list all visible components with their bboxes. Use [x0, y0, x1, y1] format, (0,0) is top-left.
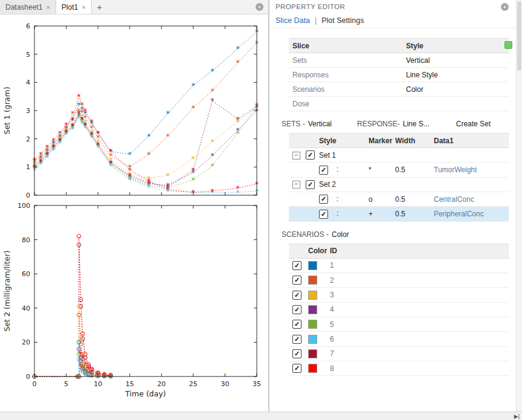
create-set-button[interactable]: Create Set	[456, 120, 491, 128]
collapse-icon[interactable]: −	[292, 181, 300, 189]
slice-style-cell[interactable]: Vertical	[402, 53, 509, 68]
plot-canvas[interactable]: ****************************************…	[0, 14, 268, 412]
marker-glyph: *	[147, 150, 150, 159]
vertical-scrollbar[interactable]	[516, 0, 522, 412]
line-style-cell[interactable]: ✓:	[315, 163, 365, 177]
slice-style-cell[interactable]: Line Style	[402, 68, 509, 82]
width-cell[interactable]: 0.5	[392, 192, 430, 206]
set-checkbox[interactable]: ✓	[306, 180, 315, 189]
tab-slice-data[interactable]: Slice Data	[276, 16, 310, 25]
color-swatch[interactable]	[308, 261, 317, 270]
scenario-checkbox[interactable]: ✓	[292, 276, 301, 285]
color-swatch[interactable]	[308, 335, 317, 344]
marker-glyph: *	[90, 131, 94, 139]
tab-plot1-close-icon[interactable]: ×	[82, 4, 85, 11]
line-style-cell[interactable]: ✓:	[315, 192, 365, 206]
horizontal-scrollbar[interactable]: ▶|	[0, 412, 522, 420]
property-editor-panel: PROPERTY EDITOR ▾ Slice Data | Plot Sett…	[269, 0, 516, 412]
sets-header-1: Style	[315, 134, 365, 148]
table-row[interactable]: ✓8	[289, 361, 509, 375]
y-tick-label: 6	[26, 22, 30, 30]
scenario-checkbox[interactable]: ✓	[292, 364, 301, 373]
scenario-checkbox[interactable]: ✓	[292, 320, 301, 329]
table-row[interactable]: ✓6	[289, 332, 509, 346]
slice-style-cell[interactable]	[402, 97, 509, 111]
expand-cell: −	[289, 148, 302, 163]
data-name-cell[interactable]: TumorWeight	[430, 163, 509, 177]
table-row[interactable]: SetsVertical	[289, 53, 509, 68]
table-row[interactable]: −✓Set 1	[289, 148, 509, 163]
scenario-checkbox[interactable]: ✓	[292, 349, 301, 358]
response-checkbox[interactable]: ✓	[319, 166, 328, 175]
y-tick-label: 2	[26, 135, 30, 143]
marker-cell[interactable]: *	[365, 163, 392, 177]
data-name-cell[interactable]: PeripheralConc	[430, 207, 509, 221]
table-row[interactable]: ✓1	[289, 258, 509, 273]
scenario-checkbox[interactable]: ✓	[292, 291, 301, 300]
marker-glyph: *	[166, 132, 170, 141]
checkbox-cell: ✓	[289, 288, 304, 302]
marker-glyph: *	[147, 177, 150, 186]
set-checkbox[interactable]: ✓	[306, 150, 315, 160]
table-row[interactable]: ✓:o0.5CentralConc	[289, 192, 509, 206]
scenario-checkbox[interactable]: ✓	[292, 305, 301, 314]
width-cell[interactable]: 0.5	[392, 163, 430, 177]
tab-plot-settings[interactable]: Plot Settings	[321, 16, 364, 25]
line-style-cell[interactable]: ✓:	[315, 207, 365, 221]
color-swatch[interactable]	[308, 349, 317, 358]
table-row[interactable]: Dose	[289, 97, 509, 111]
response-checkbox[interactable]: ✓	[319, 195, 328, 204]
slice-style-cell[interactable]: Color	[402, 82, 509, 97]
marker-cell[interactable]: +	[365, 207, 392, 221]
tab-datasheet1-close-icon[interactable]: ×	[46, 4, 50, 11]
color-swatch[interactable]	[308, 276, 317, 285]
marker-glyph: *	[77, 92, 81, 101]
plot-set2[interactable]: ++++++++++++++++++++++++0510152025303502…	[2, 202, 261, 398]
tabbar-options-icon[interactable]: ▾	[256, 3, 263, 11]
marker-glyph: *	[210, 152, 214, 160]
scenario-checkbox[interactable]: ✓	[292, 335, 301, 344]
y-tick-label: 0	[26, 192, 30, 199]
response-checkbox[interactable]: ✓	[319, 210, 328, 219]
table-row[interactable]: ResponsesLine Style	[289, 68, 509, 82]
width-cell[interactable]: 0.5	[392, 207, 430, 221]
vertical-scrollbar-thumb[interactable]	[517, 1, 521, 71]
table-row[interactable]: ✓5	[289, 317, 509, 331]
color-swatch[interactable]	[308, 320, 317, 329]
scenarios-section-value[interactable]: Color	[332, 230, 349, 239]
marker-glyph: *	[166, 172, 170, 180]
color-swatch[interactable]	[308, 305, 317, 314]
sets-header-blank	[289, 134, 315, 148]
plot-area: ****************************************…	[0, 14, 268, 412]
marker-glyph: *	[236, 45, 239, 53]
marker-glyph: *	[210, 87, 214, 95]
series-line	[34, 97, 257, 193]
table-row[interactable]: ✓:*0.5TumorWeight	[289, 163, 509, 177]
table-row[interactable]: ✓4	[289, 302, 509, 317]
tab-plot1[interactable]: Plot1 ×	[56, 0, 92, 14]
checkbox-cell: ✓	[289, 361, 304, 375]
plot-set1[interactable]: ****************************************…	[2, 22, 259, 199]
color-swatch[interactable]	[308, 291, 317, 300]
table-row[interactable]: −✓Set 2	[289, 177, 509, 192]
marker-glyph: *	[83, 121, 87, 129]
data-name-cell[interactable]: CentralConc	[430, 192, 509, 206]
property-editor-options-icon[interactable]: ▾	[501, 3, 509, 11]
scroll-end-icon[interactable]: ▶|	[514, 413, 520, 420]
table-row[interactable]: ✓2	[289, 273, 509, 287]
new-tab-button[interactable]: +	[92, 0, 108, 14]
scenario-checkbox[interactable]: ✓	[292, 261, 301, 270]
response-section-value[interactable]: Line S...	[403, 120, 430, 128]
table-row[interactable]: ✓7	[289, 346, 509, 361]
slice-header-1: Style	[402, 39, 509, 53]
checkbox-cell: ✓	[289, 258, 304, 273]
sets-section-value[interactable]: Vertical	[308, 120, 332, 128]
color-swatch[interactable]	[308, 364, 317, 373]
tab-datasheet1[interactable]: Datasheet1 ×	[0, 0, 56, 14]
marker-cell[interactable]: o	[365, 192, 392, 206]
marker-glyph: *	[192, 176, 195, 184]
collapse-icon[interactable]: −	[292, 152, 300, 160]
table-row[interactable]: ScenariosColor	[289, 82, 509, 97]
table-row[interactable]: ✓:+0.5PeripheralConc	[289, 207, 509, 221]
table-row[interactable]: ✓3	[289, 288, 509, 302]
